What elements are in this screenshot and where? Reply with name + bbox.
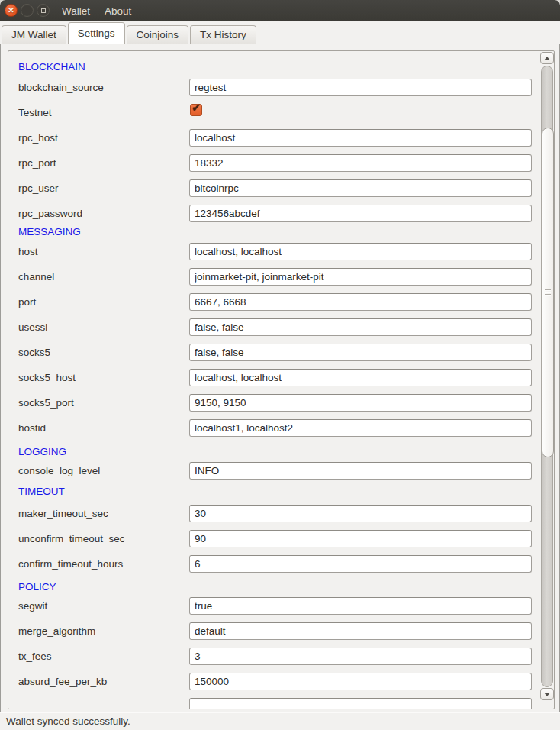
section-header-blockchain: BLOCKCHAIN <box>18 61 85 73</box>
field-label-rpc_host: rpc_host <box>18 132 58 144</box>
field-input-rpc_password[interactable] <box>189 205 532 222</box>
field-input-usessl[interactable] <box>189 318 532 336</box>
menu-about[interactable]: About <box>103 5 133 17</box>
field-input-maker_timeout_sec[interactable] <box>189 505 532 522</box>
field-label-segwit: segwit <box>18 600 47 612</box>
scrollbar-groove[interactable] <box>541 66 553 687</box>
vertical-scrollbar[interactable] <box>540 52 554 700</box>
scrollbar-handle[interactable] <box>542 128 554 457</box>
field-label-maker_timeout_sec: maker_timeout_sec <box>18 508 108 519</box>
settings-scroll-area: BLOCKCHAINblockchain_sourceTestnet✔rpc_h… <box>8 50 555 709</box>
field-input-merge_algorithm[interactable] <box>189 622 532 640</box>
field-label-unconfirm_timeout_sec: unconfirm_timeout_sec <box>18 533 125 544</box>
field-label-channel: channel <box>18 271 54 283</box>
maximize-button[interactable] <box>37 4 50 17</box>
field-label-hostid: hostid <box>18 422 46 434</box>
field-input-rpc_user[interactable] <box>189 179 532 197</box>
tab-settings[interactable]: Settings <box>68 22 125 44</box>
field-input-port[interactable] <box>189 293 532 311</box>
field-label-socks5: socks5 <box>18 347 50 358</box>
field-label-absurd_fee_per_kb: absurd_fee_per_kb <box>18 676 107 687</box>
tab-jm-wallet[interactable]: JM Wallet <box>2 25 66 44</box>
minimize-button[interactable]: – <box>21 4 34 17</box>
minimize-icon: – <box>21 5 33 16</box>
field-label-rpc_password: rpc_password <box>18 208 82 219</box>
field-input-confirm_timeout_hours[interactable] <box>189 555 532 573</box>
resize-grip[interactable] <box>549 719 558 728</box>
field-label-blockchain_source: blockchain_source <box>18 82 104 93</box>
field-input-socks5[interactable] <box>189 344 532 361</box>
field-label-merge_algorithm: merge_algorithm <box>18 625 95 637</box>
field-input-host[interactable] <box>189 243 532 260</box>
section-header-policy: POLICY <box>18 581 56 593</box>
scrollbar-down-button[interactable] <box>540 688 554 700</box>
app-window: ✕ – WalletAbout JM WalletSettingsCoinjoi… <box>0 0 560 730</box>
scrollbar-up-button[interactable] <box>540 52 554 64</box>
status-bar: Wallet synced successfully. <box>0 712 560 730</box>
field-input-rpc_host[interactable] <box>189 129 532 147</box>
field-input-absurd_fee_per_kb[interactable] <box>189 673 532 690</box>
field-input-socks5_host[interactable] <box>189 369 532 386</box>
tab-bar: JM WalletSettingsCoinjoinsTx History <box>0 21 560 44</box>
field-label-host: host <box>18 246 38 257</box>
field-input-unconfirm_timeout_sec[interactable] <box>189 530 532 548</box>
field-input-socks5_port[interactable] <box>189 394 532 412</box>
field-input-tx_fees[interactable] <box>189 648 532 665</box>
field-label-rpc_port: rpc_port <box>18 157 56 169</box>
field-input-channel[interactable] <box>189 268 532 286</box>
tab-coinjoins[interactable]: Coinjoins <box>127 25 189 44</box>
field-input-next-field[interactable] <box>189 698 532 709</box>
field-input-segwit[interactable] <box>189 597 532 615</box>
tab-tx-history[interactable]: Tx History <box>190 25 256 44</box>
status-text: Wallet synced successfully. <box>6 715 130 727</box>
close-icon: ✕ <box>5 5 17 16</box>
field-label-usessl: usessl <box>18 321 47 333</box>
field-label-console_log_level: console_log_level <box>18 465 100 476</box>
field-label-socks5_host: socks5_host <box>18 372 76 383</box>
scrollbar-grip-icon <box>545 289 551 296</box>
field-label-rpc_user: rpc_user <box>18 182 59 194</box>
checkmark-icon: ✔ <box>191 102 201 113</box>
field-input-rpc_port[interactable] <box>189 154 532 172</box>
maximize-icon <box>37 5 49 16</box>
arrow-up-icon <box>544 57 550 60</box>
section-header-timeout: TIMEOUT <box>18 486 65 497</box>
menubar: WalletAbout <box>60 0 133 21</box>
close-button[interactable]: ✕ <box>5 4 18 17</box>
section-header-messaging: MESSAGING <box>18 226 81 237</box>
checkbox-testnet[interactable]: ✔ <box>190 104 202 116</box>
field-input-console_log_level[interactable] <box>189 462 532 480</box>
field-label-testnet: Testnet <box>18 107 52 118</box>
field-label-tx_fees: tx_fees <box>18 651 52 662</box>
menu-wallet[interactable]: Wallet <box>60 5 92 17</box>
section-header-logging: LOGGING <box>18 446 66 457</box>
arrow-down-icon <box>544 693 550 696</box>
field-label-port: port <box>18 296 36 308</box>
titlebar: ✕ – WalletAbout <box>0 0 560 21</box>
field-input-blockchain_source[interactable] <box>189 79 532 96</box>
field-label-confirm_timeout_hours: confirm_timeout_hours <box>18 558 123 570</box>
field-label-socks5_port: socks5_port <box>18 397 74 409</box>
field-input-hostid[interactable] <box>189 419 532 437</box>
